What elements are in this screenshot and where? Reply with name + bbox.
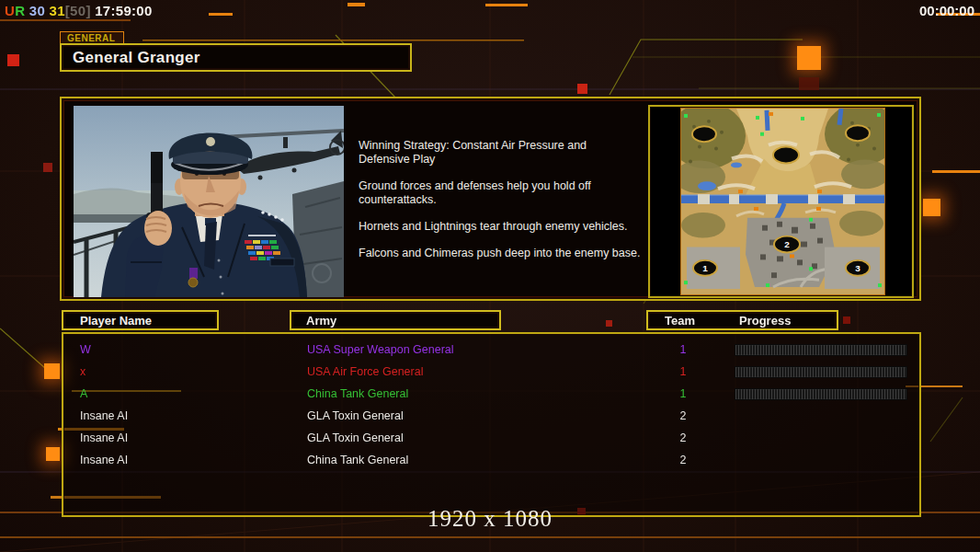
start-pos-1: 1	[702, 263, 708, 273]
strategy-line: Falcons and Chimeras push deep into the …	[359, 247, 644, 260]
red-square	[43, 163, 52, 172]
red-square	[7, 54, 19, 66]
hud-part: 31	[45, 3, 65, 18]
player-army: USA Super Weapon General	[307, 339, 454, 361]
player-list: W USA Super Weapon General 1 x USA Air F…	[62, 332, 921, 517]
hud-part: U	[5, 3, 15, 18]
column-header-army: Army	[290, 310, 501, 330]
player-team: 2	[674, 449, 692, 471]
player-team: 1	[674, 339, 692, 361]
player-army: China Tank General	[307, 449, 408, 471]
player-row: W USA Super Weapon General 1	[63, 339, 919, 361]
player-army: GLA Toxin General	[307, 405, 404, 427]
player-team: 1	[674, 383, 692, 405]
map-preview: 1 2 3	[680, 108, 885, 295]
general-title-box: General Granger	[60, 43, 412, 72]
player-army: USA Air Force General	[307, 361, 423, 383]
player-row: A China Tank General 1	[63, 383, 919, 405]
loading-progress-bar	[735, 344, 907, 356]
general-info-panel: Winning Strategy: Constant Air Pressure …	[60, 97, 921, 301]
player-row: Insane AI China Tank General 2	[63, 449, 919, 471]
player-team: 1	[674, 361, 692, 383]
player-name: Insane AI	[80, 427, 128, 449]
progress-header-label: Progress	[695, 314, 791, 328]
column-header-player-name: Player Name	[62, 310, 219, 330]
army-header-label: Army	[306, 314, 336, 328]
red-square	[577, 84, 587, 94]
resolution-text: 1920 x 1080	[0, 506, 980, 532]
strategy-line: Hornets and Lightnings tear through enem…	[359, 220, 644, 234]
player-team: 2	[674, 427, 692, 449]
player-row: x USA Air Force General 1	[63, 361, 919, 383]
general-portrait	[74, 106, 344, 297]
player-name: x	[80, 361, 85, 383]
hud-part: 17:59:00	[91, 3, 153, 18]
strategy-line: Winning Strategy: Constant Air Pressure …	[359, 139, 644, 167]
strategy-line: Ground forces and defenses help you hold…	[359, 179, 644, 207]
hud-part: 30	[25, 3, 45, 18]
player-army: GLA Toxin General	[307, 427, 404, 449]
general-name: General Granger	[73, 49, 200, 67]
glow-square	[44, 363, 60, 379]
glow-square	[797, 46, 821, 70]
player-row: Insane AI GLA Toxin General 2	[63, 427, 919, 449]
strategy-text: Winning Strategy: Constant Air Pressure …	[359, 139, 644, 273]
player-name: A	[80, 383, 87, 405]
start-pos-3: 3	[855, 263, 860, 273]
team-header-label: Team	[648, 314, 695, 328]
player-row: Insane AI GLA Toxin General 2	[63, 405, 919, 427]
player-name: Insane AI	[80, 405, 128, 427]
glow-square	[923, 199, 940, 216]
map-preview-frame: 1 2 3	[648, 105, 914, 298]
player-name: W	[80, 339, 91, 361]
player-team: 2	[674, 405, 692, 427]
red-square	[606, 320, 612, 327]
player-army: China Tank General	[307, 383, 408, 405]
hud-part: R	[15, 3, 25, 18]
red-square	[799, 77, 819, 90]
gentool-hud-stats: UR 30 31[50] 17:59:00	[5, 3, 153, 18]
column-header-team-progress: Team Progress	[646, 310, 838, 330]
hud-part: [50]	[65, 3, 91, 18]
red-square	[843, 316, 850, 324]
glow-square	[46, 447, 60, 461]
loading-progress-bar	[735, 388, 907, 400]
start-pos-2: 2	[784, 240, 790, 250]
match-timer: 00:00:00	[919, 3, 974, 18]
player-name: Insane AI	[80, 449, 128, 471]
loading-progress-bar	[735, 366, 907, 378]
player-name-header-label: Player Name	[80, 314, 152, 328]
